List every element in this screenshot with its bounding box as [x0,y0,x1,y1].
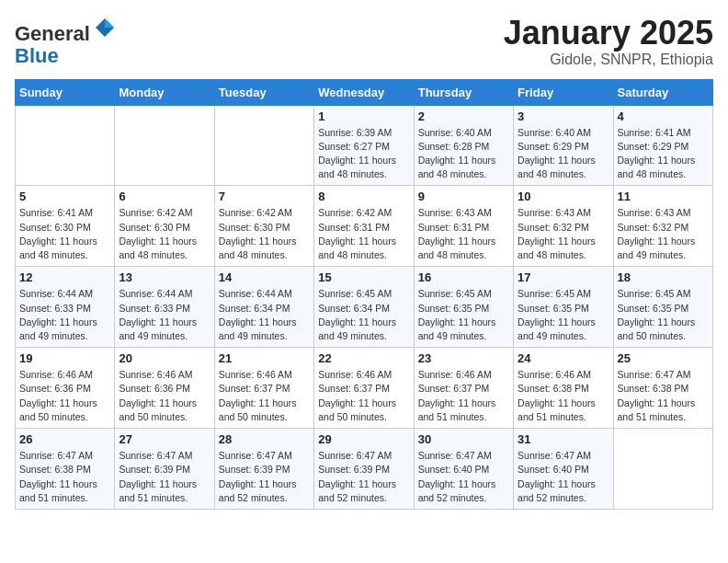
col-header-saturday: Saturday [613,79,712,105]
calendar-cell: 16Sunrise: 6:45 AM Sunset: 6:35 PM Dayli… [414,267,513,348]
col-header-monday: Monday [115,79,214,105]
day-number: 29 [318,432,409,446]
day-number: 20 [119,351,210,365]
day-number: 13 [119,270,210,284]
day-info: Sunrise: 6:43 AM Sunset: 6:31 PM Dayligh… [418,206,509,262]
day-info: Sunrise: 6:42 AM Sunset: 6:30 PM Dayligh… [119,206,210,262]
calendar-cell: 29Sunrise: 6:47 AM Sunset: 6:39 PM Dayli… [314,429,414,510]
calendar-cell: 8Sunrise: 6:42 AM Sunset: 6:31 PM Daylig… [314,186,414,267]
calendar-cell: 20Sunrise: 6:46 AM Sunset: 6:36 PM Dayli… [115,348,214,429]
day-info: Sunrise: 6:46 AM Sunset: 6:36 PM Dayligh… [19,368,110,424]
calendar-cell: 19Sunrise: 6:46 AM Sunset: 6:36 PM Dayli… [16,348,115,429]
day-info: Sunrise: 6:42 AM Sunset: 6:30 PM Dayligh… [219,206,310,262]
col-header-wednesday: Wednesday [314,79,414,105]
day-number: 21 [219,351,310,365]
day-info: Sunrise: 6:45 AM Sunset: 6:35 PM Dayligh… [418,287,509,343]
day-number: 24 [518,351,609,365]
day-number: 23 [418,351,509,365]
calendar-cell: 23Sunrise: 6:46 AM Sunset: 6:37 PM Dayli… [414,348,513,429]
calendar-cell: 10Sunrise: 6:43 AM Sunset: 6:32 PM Dayli… [514,186,613,267]
calendar-cell: 15Sunrise: 6:45 AM Sunset: 6:34 PM Dayli… [314,267,414,348]
calendar-cell: 17Sunrise: 6:45 AM Sunset: 6:35 PM Dayli… [514,267,613,348]
title-block: January 2025 Gidole, SNNPR, Ethiopia [504,15,713,68]
calendar-cell: 4Sunrise: 6:41 AM Sunset: 6:29 PM Daylig… [613,105,712,186]
calendar-cell: 30Sunrise: 6:47 AM Sunset: 6:40 PM Dayli… [414,429,513,510]
day-info: Sunrise: 6:42 AM Sunset: 6:31 PM Dayligh… [318,206,409,262]
day-info: Sunrise: 6:47 AM Sunset: 6:39 PM Dayligh… [119,449,210,505]
day-number: 22 [318,351,409,365]
calendar-cell [214,105,313,186]
day-number: 30 [418,432,509,446]
day-info: Sunrise: 6:46 AM Sunset: 6:37 PM Dayligh… [318,368,409,424]
calendar-cell: 9Sunrise: 6:43 AM Sunset: 6:31 PM Daylig… [414,186,513,267]
day-info: Sunrise: 6:44 AM Sunset: 6:33 PM Dayligh… [19,287,110,343]
logo-blue: Blue [15,44,59,67]
day-number: 15 [318,270,409,284]
calendar-cell: 27Sunrise: 6:47 AM Sunset: 6:39 PM Dayli… [115,429,214,510]
calendar-cell: 18Sunrise: 6:45 AM Sunset: 6:35 PM Dayli… [613,267,712,348]
calendar-cell: 3Sunrise: 6:40 AM Sunset: 6:29 PM Daylig… [514,105,613,186]
calendar-cell: 26Sunrise: 6:47 AM Sunset: 6:38 PM Dayli… [16,429,115,510]
day-info: Sunrise: 6:41 AM Sunset: 6:30 PM Dayligh… [19,206,110,262]
day-info: Sunrise: 6:40 AM Sunset: 6:28 PM Dayligh… [418,126,509,182]
month-title: January 2025 [504,15,713,52]
calendar-cell: 1Sunrise: 6:39 AM Sunset: 6:27 PM Daylig… [314,105,414,186]
calendar-cell: 28Sunrise: 6:47 AM Sunset: 6:39 PM Dayli… [214,429,313,510]
day-number: 17 [518,270,609,284]
day-number: 19 [19,351,110,365]
calendar-cell: 13Sunrise: 6:44 AM Sunset: 6:33 PM Dayli… [115,267,214,348]
day-number: 11 [618,190,709,203]
logo-icon [92,15,118,40]
calendar-table: SundayMondayTuesdayWednesdayThursdayFrid… [15,79,713,510]
day-info: Sunrise: 6:46 AM Sunset: 6:38 PM Dayligh… [518,368,609,424]
day-number: 4 [618,109,709,123]
col-header-friday: Friday [514,79,613,105]
location: Gidole, SNNPR, Ethiopia [504,52,713,68]
day-info: Sunrise: 6:47 AM Sunset: 6:40 PM Dayligh… [418,449,509,505]
calendar-cell: 6Sunrise: 6:42 AM Sunset: 6:30 PM Daylig… [115,186,214,267]
day-number: 1 [318,109,409,123]
day-number: 25 [618,351,709,365]
day-info: Sunrise: 6:46 AM Sunset: 6:37 PM Dayligh… [418,368,509,424]
day-info: Sunrise: 6:43 AM Sunset: 6:32 PM Dayligh… [518,206,609,262]
col-header-sunday: Sunday [16,79,115,105]
calendar-cell: 5Sunrise: 6:41 AM Sunset: 6:30 PM Daylig… [16,186,115,267]
calendar-cell: 25Sunrise: 6:47 AM Sunset: 6:38 PM Dayli… [613,348,712,429]
day-info: Sunrise: 6:43 AM Sunset: 6:32 PM Dayligh… [618,206,709,262]
day-info: Sunrise: 6:46 AM Sunset: 6:37 PM Dayligh… [219,368,310,424]
calendar-cell: 12Sunrise: 6:44 AM Sunset: 6:33 PM Dayli… [16,267,115,348]
day-number: 16 [418,270,509,284]
page-header: General Blue January 2025 Gidole, SNNPR,… [15,15,713,68]
day-number: 18 [618,270,709,284]
day-info: Sunrise: 6:44 AM Sunset: 6:34 PM Dayligh… [219,287,310,343]
svg-marker-1 [105,18,114,28]
day-number: 2 [418,109,509,123]
logo-general: General [15,22,90,45]
calendar-cell: 22Sunrise: 6:46 AM Sunset: 6:37 PM Dayli… [314,348,414,429]
day-number: 7 [219,190,310,203]
calendar-cell [16,105,115,186]
day-number: 3 [518,109,609,123]
day-number: 8 [318,190,409,203]
day-info: Sunrise: 6:39 AM Sunset: 6:27 PM Dayligh… [318,126,409,182]
day-number: 27 [119,432,210,446]
day-number: 28 [219,432,310,446]
col-header-thursday: Thursday [414,79,513,105]
day-info: Sunrise: 6:40 AM Sunset: 6:29 PM Dayligh… [518,126,609,182]
day-info: Sunrise: 6:45 AM Sunset: 6:35 PM Dayligh… [618,287,709,343]
calendar-cell: 7Sunrise: 6:42 AM Sunset: 6:30 PM Daylig… [214,186,313,267]
day-info: Sunrise: 6:47 AM Sunset: 6:38 PM Dayligh… [618,368,709,424]
day-number: 14 [219,270,310,284]
day-number: 31 [518,432,609,446]
day-number: 9 [418,190,509,203]
calendar-cell: 2Sunrise: 6:40 AM Sunset: 6:28 PM Daylig… [414,105,513,186]
day-info: Sunrise: 6:44 AM Sunset: 6:33 PM Dayligh… [119,287,210,343]
day-info: Sunrise: 6:47 AM Sunset: 6:38 PM Dayligh… [19,449,110,505]
day-number: 5 [19,190,110,203]
day-number: 26 [19,432,110,446]
day-info: Sunrise: 6:47 AM Sunset: 6:39 PM Dayligh… [219,449,310,505]
day-info: Sunrise: 6:47 AM Sunset: 6:39 PM Dayligh… [318,449,409,505]
day-number: 10 [518,190,609,203]
day-info: Sunrise: 6:46 AM Sunset: 6:36 PM Dayligh… [119,368,210,424]
day-info: Sunrise: 6:45 AM Sunset: 6:35 PM Dayligh… [518,287,609,343]
